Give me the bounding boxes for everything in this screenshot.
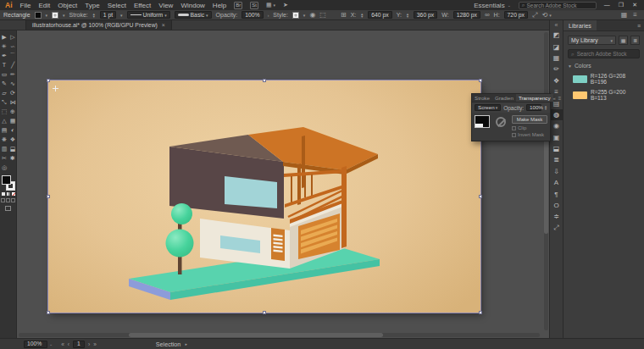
width-profile-select[interactable]: Uniform ▾ [127, 11, 170, 19]
library-color-item[interactable]: R=126 G=208 B=196 [573, 73, 640, 85]
swatches-panel-icon[interactable]: ▦ [550, 53, 563, 64]
object-thumbnail[interactable] [475, 115, 490, 128]
paragraph-panel-icon[interactable]: ¶ [550, 188, 563, 199]
x-value[interactable]: 640 px [368, 11, 391, 19]
tab-transparency[interactable]: Transparency [516, 94, 553, 102]
vertical-scrollbar[interactable] [544, 32, 548, 330]
stroke-weight-stepper[interactable]: ▲▼ [92, 13, 96, 18]
slice-tool[interactable]: ✂ [0, 153, 8, 163]
selection-handle[interactable] [479, 195, 482, 198]
magic-wand-tool[interactable]: ✳ [0, 42, 8, 51]
rectangle-tool[interactable]: ▭ [0, 69, 8, 79]
app-logo[interactable]: Ai [5, 1, 13, 9]
shaper-tool[interactable]: ∿ [8, 79, 17, 88]
graphic-styles-panel-icon[interactable]: ▣ [550, 132, 563, 143]
x-stepper[interactable]: ▲▼ [360, 13, 364, 18]
mesh-tool[interactable]: ▦ [8, 116, 17, 125]
pen-tool[interactable]: ✒ [0, 51, 8, 60]
library-select[interactable]: My Library▾ [568, 36, 616, 45]
panel-menu-icon[interactable]: ≡ [558, 96, 562, 101]
stock-search-input[interactable]: ⌕ Search Adobe Stock [519, 2, 597, 9]
tab-gradient[interactable]: Gradien [492, 94, 516, 102]
blend-mode-select[interactable]: Screen▾ [475, 104, 501, 111]
curvature-tool[interactable]: ⌒ [8, 51, 17, 60]
make-mask-button[interactable]: Make Mask [512, 115, 547, 124]
hand-tool[interactable]: ✱ [8, 153, 17, 163]
shear-icon[interactable]: ⟲ ▾ [541, 11, 551, 19]
fill-stroke-indicator[interactable] [2, 175, 15, 191]
screen-mode-button[interactable] [5, 206, 11, 211]
artboard-tool[interactable]: ⬓ [8, 144, 17, 153]
layers-panel-icon[interactable]: ≣ [550, 154, 563, 165]
character-panel-icon[interactable]: A [550, 177, 563, 188]
selection-handle[interactable] [47, 79, 50, 82]
status-menu-icon[interactable]: ▸ [185, 341, 187, 346]
zoom-tool[interactable]: ◎ [0, 163, 8, 172]
invert-mask-checkbox[interactable] [512, 133, 516, 137]
asset-export-panel-icon[interactable]: ⇩ [550, 166, 563, 177]
menu-view[interactable]: View [158, 2, 173, 9]
pencil-tool[interactable]: ✎ [0, 79, 8, 88]
color-swatch[interactable] [573, 75, 587, 83]
shape-builder-tool[interactable]: ⊕ [8, 107, 17, 116]
close-tab-icon[interactable]: × [162, 22, 165, 28]
y-value[interactable]: 360 px [414, 11, 437, 19]
bridge-icon[interactable]: Br [234, 2, 242, 9]
free-transform-tool[interactable]: ⬚ [0, 107, 8, 116]
selection-handle[interactable] [47, 311, 50, 314]
style-swatch[interactable] [292, 12, 299, 19]
opacity-value[interactable]: 100% [526, 104, 541, 111]
line-segment-tool[interactable]: ╱ [8, 60, 17, 69]
paintbrush-tool[interactable]: ✏ [8, 69, 17, 79]
none-button[interactable] [12, 192, 15, 196]
draw-behind-button[interactable] [6, 198, 10, 202]
selection-handle[interactable] [479, 79, 482, 82]
menu-edit[interactable]: Edit [38, 2, 50, 9]
workspace-menu-icon[interactable]: ≡ [633, 11, 637, 19]
document-tab[interactable]: illustratorhouse.ai* @ 100% (RGB/GPU Pre… [25, 20, 172, 30]
menu-window[interactable]: Window [180, 2, 204, 9]
grid-view-icon[interactable]: ▦ [619, 36, 628, 45]
expand-panels-icon[interactable]: « [550, 20, 563, 30]
y-stepper[interactable]: ▲▼ [406, 13, 409, 18]
draw-inside-button[interactable] [11, 198, 15, 202]
minimize-button[interactable]: — [604, 2, 610, 8]
fill-color-swatch[interactable] [35, 12, 42, 19]
opacity-value[interactable]: 100% [242, 11, 263, 19]
lasso-tool[interactable]: ∽ [8, 42, 17, 51]
link-dimensions-icon[interactable]: ∞ [485, 11, 490, 19]
opacity-stepper[interactable]: ▲▼ [544, 105, 547, 110]
transform-icon[interactable]: ⤢ [532, 11, 537, 19]
selection-handle[interactable] [263, 79, 266, 82]
transform-panel-icon[interactable]: ⤢ [550, 223, 563, 234]
type-tool[interactable]: T [0, 60, 8, 69]
menu-object[interactable]: Object [58, 2, 77, 9]
zoom-level-select[interactable]: 100% [24, 341, 47, 348]
tool-spacer[interactable] [8, 163, 17, 172]
artboards-panel-icon[interactable]: ⬓ [550, 143, 563, 154]
draw-normal-button[interactable] [1, 198, 5, 202]
color-swatch[interactable] [573, 91, 587, 99]
clip-checkbox[interactable] [512, 126, 516, 130]
direct-selection-tool[interactable]: ▷ [8, 32, 17, 42]
artboard-number-field[interactable]: 1 [73, 341, 85, 348]
stroke-color-swatch[interactable] [52, 12, 58, 19]
column-graph-tool[interactable]: ▥ [0, 144, 8, 153]
artboard[interactable] [48, 80, 480, 313]
share-icon[interactable]: ➤ [283, 2, 288, 8]
canvas-area[interactable] [17, 30, 549, 338]
select-similar-icon[interactable]: ⬚ [319, 11, 326, 19]
color-button[interactable] [2, 192, 5, 196]
library-search-input[interactable]: ⌕ Search Adobe Stock [568, 49, 640, 58]
stock-icon[interactable]: St [250, 2, 258, 9]
opentype-panel-icon[interactable]: O [550, 200, 563, 211]
menu-type[interactable]: Type [85, 2, 99, 9]
brushes-panel-icon[interactable]: ✏ [550, 64, 563, 75]
selection-handle[interactable] [47, 195, 50, 198]
gradient-button[interactable] [7, 192, 10, 196]
brush-select[interactable]: Basic ▾ [175, 11, 212, 19]
color-guide-panel-icon[interactable]: ◪ [550, 41, 563, 52]
appearance-panel-icon[interactable]: ◉ [550, 120, 563, 131]
next-artboard-button[interactable]: › [88, 341, 90, 347]
panel-menu-icon[interactable]: ≡ [637, 20, 644, 30]
